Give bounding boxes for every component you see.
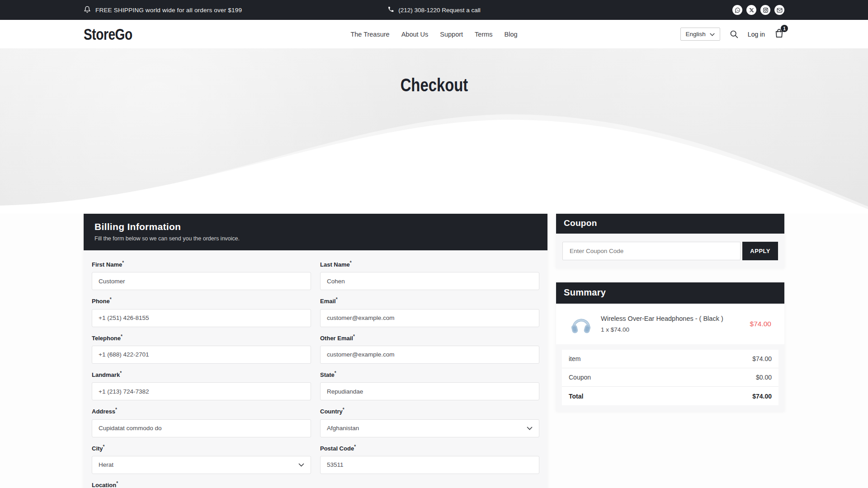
field-first-name: First Name* (92, 260, 311, 290)
login-link[interactable]: Log in (748, 31, 765, 38)
billing-subtitle: Fill the form below so we can send you t… (94, 235, 537, 242)
field-postal-code: Postal Code* (320, 444, 539, 474)
email-icon[interactable] (774, 5, 784, 15)
billing-title: Billing Information (94, 221, 537, 232)
address-input[interactable] (92, 419, 311, 437)
nav-item-support[interactable]: Support (440, 31, 463, 38)
coupon-panel: Coupon APPLY (556, 214, 784, 268)
field-location: Location* Select Location (92, 481, 311, 488)
store-logo[interactable]: StoreGo (84, 25, 132, 43)
x-twitter-icon[interactable] (746, 5, 756, 15)
nav-item-the-treasure[interactable]: The Treasure (350, 31, 389, 38)
coupon-code-input[interactable] (562, 242, 741, 260)
language-value: English (686, 31, 706, 38)
nav-item-blog[interactable]: Blog (505, 31, 518, 38)
search-icon[interactable] (729, 29, 739, 39)
coupon-title: Coupon (564, 218, 777, 228)
summary-product-row: Wireless Over-Ear Headphones - ( Black )… (556, 304, 784, 344)
summary-title: Summary (564, 287, 777, 298)
language-selector[interactable]: English (680, 28, 720, 41)
city-select[interactable]: Herat (92, 456, 311, 474)
page-hero: Checkout (0, 48, 868, 214)
top-announcement-bar: FREE SHIPPING world wide for all orders … (0, 0, 868, 20)
total-row-total: Total $74.00 (562, 387, 778, 405)
product-quantity-line: 1 x $74.00 (601, 326, 723, 333)
field-email: Email* (320, 297, 539, 327)
billing-information-panel: Billing Information Fill the form below … (84, 214, 547, 488)
product-image-headphones (568, 311, 594, 337)
chevron-down-icon (527, 425, 533, 432)
bell-icon (84, 6, 91, 14)
product-name: Wireless Over-Ear Headphones - ( Black ) (601, 315, 723, 322)
main-nav: The Treasure About Us Support Terms Blog (350, 31, 517, 38)
apply-coupon-button[interactable]: APPLY (742, 242, 778, 260)
state-input[interactable] (320, 382, 539, 400)
instagram-icon[interactable] (760, 5, 770, 15)
email-input[interactable] (320, 309, 539, 327)
first-name-input[interactable] (92, 272, 311, 290)
nav-item-about-us[interactable]: About Us (401, 31, 429, 38)
landmark-input[interactable] (92, 382, 311, 400)
nav-item-terms[interactable]: Terms (475, 31, 492, 38)
field-country: Country* Afghanistan (320, 407, 539, 437)
postal-code-input[interactable] (320, 456, 539, 474)
shipping-notice: FREE SHIPPING world wide for all orders … (95, 7, 242, 14)
totals-table: item $74.00 Coupon $0.00 Total $74.00 (562, 350, 778, 405)
field-phone: Phone* (92, 297, 311, 327)
chevron-down-icon (298, 461, 304, 468)
product-price: $74.00 (750, 320, 777, 328)
total-row-coupon: Coupon $0.00 (562, 368, 778, 387)
field-address: Address* (92, 407, 311, 437)
phone-icon (387, 6, 394, 14)
page-title: Checkout (400, 75, 467, 96)
order-summary-panel: Summary Wireless Over-Ear Headphones - (… (556, 282, 784, 412)
other-email-input[interactable] (320, 346, 539, 364)
chevron-down-icon (710, 31, 715, 38)
country-select[interactable]: Afghanistan (320, 419, 539, 437)
cart-button[interactable]: 1 (774, 28, 784, 40)
site-header: StoreGo The Treasure About Us Support Te… (0, 20, 868, 48)
phone-number[interactable]: (212) 308-1220 Request a call (398, 7, 481, 14)
field-other-email: Other Email* (320, 334, 539, 364)
whatsapp-icon[interactable] (732, 5, 742, 15)
telephone-input[interactable] (92, 346, 311, 364)
cart-count-badge: 1 (781, 25, 788, 32)
field-last-name: Last Name* (320, 260, 539, 290)
field-city: City* Herat (92, 444, 311, 474)
field-telephone: Telephone* (92, 334, 311, 364)
total-row-item: item $74.00 (562, 350, 778, 368)
field-state: State* (320, 371, 539, 400)
phone-input[interactable] (92, 309, 311, 327)
last-name-input[interactable] (320, 272, 539, 290)
field-landmark: Landmark* (92, 371, 311, 400)
